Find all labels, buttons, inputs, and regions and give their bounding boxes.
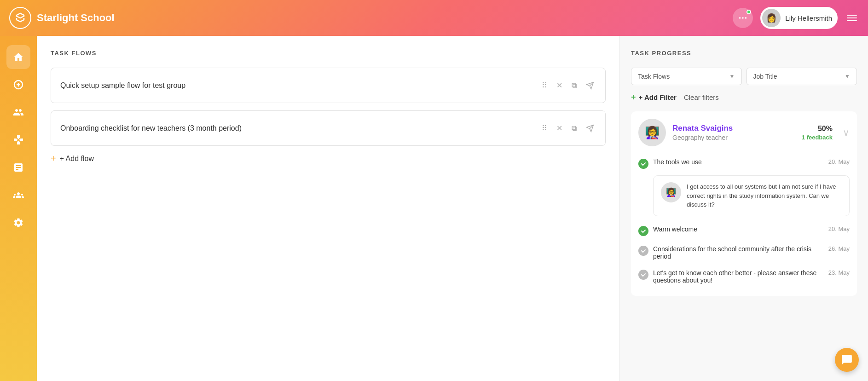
header-right: 👩 Lily Hellersmith [733, 7, 859, 29]
add-flow-label: + Add flow [60, 155, 94, 163]
flow-send-button-2[interactable] [584, 122, 596, 134]
job-title-filter[interactable]: Job Title ▼ [746, 68, 857, 85]
task-date-4: 23. May [828, 269, 850, 276]
chat-notification-button[interactable] [733, 8, 753, 28]
user-profile-pill[interactable]: 👩 Lily Hellersmith [760, 7, 838, 29]
sidebar-item-orgchart[interactable] [6, 183, 30, 207]
person-header-1: 👩‍🏫 Renata Svaigins Geography teacher 50… [638, 119, 850, 146]
sidebar-item-home[interactable] [6, 45, 30, 69]
sidebar-item-games[interactable] [6, 128, 30, 152]
sidebar [0, 36, 37, 381]
task-item-1: The tools we use 20. May [638, 154, 850, 173]
task-item-3: Considerations for the school community … [638, 241, 850, 265]
add-flow-plus-icon: + [51, 153, 56, 164]
hamburger-button[interactable] [845, 13, 859, 23]
avatar: 👩 [762, 9, 781, 27]
task-label-4: Let's get to know each other better - pl… [653, 269, 824, 284]
notification-dot [746, 10, 751, 14]
task-item-4: Let's get to know each other better - pl… [638, 265, 850, 289]
task-label-2: Warm welcome [653, 225, 824, 233]
flow-delete-button-1[interactable]: ✕ [555, 79, 564, 92]
feedback-bubble-1: 👩‍🏫 I got access to all our systems but … [653, 175, 850, 216]
add-flow-button[interactable]: + + Add flow [51, 153, 94, 164]
sidebar-item-settings[interactable] [6, 211, 30, 235]
sidebar-item-people[interactable] [6, 100, 30, 124]
task-flows-chevron-icon: ▼ [729, 73, 735, 80]
clear-filters-label: Clear filters [684, 93, 719, 101]
person-progress-1: 50% 1 feedback [802, 125, 833, 141]
task-flows-title: TASK FLOWS [51, 50, 606, 57]
main-content: ‹ TASK FLOWS Quick setup sample flow for… [37, 36, 868, 381]
task-flows-filter-label: Task Flows [638, 73, 670, 80]
app-title: Starlight School [37, 12, 115, 24]
svg-point-2 [745, 17, 747, 19]
flow-actions-1: ⠿ ✕ ⧉ [540, 79, 596, 92]
job-title-filter-label: Job Title [753, 73, 777, 80]
hamburger-line-3 [847, 20, 857, 21]
logo-icon [9, 7, 31, 29]
flow-delete-button-2[interactable]: ✕ [555, 122, 564, 134]
add-filter-plus-icon: + [631, 92, 636, 102]
clear-filters-button[interactable]: Clear filters [684, 93, 719, 101]
task-progress-title: TASK PROGRESS [631, 50, 857, 57]
flow-copy-button-1[interactable]: ⧉ [570, 80, 579, 92]
task-date-3: 26. May [828, 245, 850, 252]
user-name-label: Lily Hellersmith [785, 14, 832, 22]
task-flows-filter[interactable]: Task Flows ▼ [631, 68, 742, 85]
avatar-renata: 👩‍🏫 [638, 119, 666, 146]
task-check-icon-2 [638, 226, 648, 236]
header: Starlight School 👩 Lily Hellersmith [0, 0, 868, 36]
add-filter-button[interactable]: + + Add Filter [631, 92, 677, 102]
task-check-icon-3 [638, 246, 648, 256]
add-filter-label: + Add Filter [639, 93, 677, 101]
expand-person-button-1[interactable]: ∨ [843, 127, 850, 138]
person-name-1[interactable]: Renata Svaigins [672, 124, 795, 133]
logo-section: Starlight School [9, 7, 115, 29]
feedback-avatar-1: 👩‍🏫 [661, 182, 681, 202]
flow-drag-button-2[interactable]: ⠿ [540, 122, 549, 134]
task-progress-panel: TASK PROGRESS Task Flows ▼ Job Title ▼ +… [619, 36, 868, 381]
task-check-icon-4 [638, 270, 648, 280]
flow-send-button-1[interactable] [584, 80, 596, 92]
person-info-1: Renata Svaigins Geography teacher [672, 124, 795, 141]
feedback-text-1: I got access to all our systems but I am… [687, 182, 842, 209]
flow-actions-2: ⠿ ✕ ⧉ [540, 122, 596, 134]
feedback-badge-1: 1 feedback [802, 134, 833, 141]
flow-copy-button-2[interactable]: ⧉ [570, 122, 579, 134]
filters-row: Task Flows ▼ Job Title ▼ [631, 68, 857, 85]
chat-widget[interactable] [835, 348, 859, 372]
task-flows-panel: ‹ TASK FLOWS Quick setup sample flow for… [37, 36, 619, 381]
task-items-1: The tools we use 20. May 👩‍🏫 I got acces… [638, 154, 850, 289]
add-filter-row: + + Add Filter Clear filters [631, 92, 857, 102]
person-card-1: 👩‍🏫 Renata Svaigins Geography teacher 50… [631, 111, 857, 296]
flow-card-1: Quick setup sample flow for test group ⠿… [51, 68, 606, 103]
task-label-3: Considerations for the school community … [653, 245, 824, 260]
flow-title-1: Quick setup sample flow for test group [60, 81, 185, 90]
flow-drag-button-1[interactable]: ⠿ [540, 79, 549, 92]
job-title-chevron-icon: ▼ [845, 73, 850, 80]
task-date-2: 20. May [828, 225, 850, 232]
hamburger-line-2 [847, 17, 857, 18]
svg-point-1 [742, 17, 744, 19]
sidebar-item-reports[interactable] [6, 156, 30, 179]
flow-title-2: Onboarding checklist for new teachers (3… [60, 124, 242, 133]
task-item-2: Warm welcome 20. May [638, 221, 850, 241]
svg-point-0 [739, 17, 741, 19]
task-check-icon-1 [638, 159, 648, 169]
flow-card-2: Onboarding checklist for new teachers (3… [51, 110, 606, 146]
sidebar-item-add[interactable] [6, 73, 30, 97]
task-date-1: 20. May [828, 158, 850, 165]
progress-percent-1: 50% [818, 125, 833, 133]
hamburger-line-1 [847, 15, 857, 16]
task-label-1: The tools we use [653, 158, 824, 166]
main-layout: ‹ TASK FLOWS Quick setup sample flow for… [0, 36, 868, 381]
person-title-1: Geography teacher [672, 134, 795, 141]
